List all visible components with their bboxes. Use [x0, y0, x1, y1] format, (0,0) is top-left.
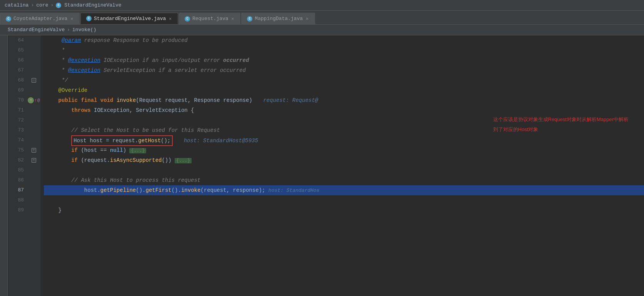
gutter-69	[27, 85, 41, 95]
line-num-88: 88	[8, 195, 24, 205]
collapse-82[interactable]: +	[32, 158, 36, 163]
method-breadcrumb-method: invoke()	[72, 27, 96, 33]
code-85-empty	[45, 167, 48, 173]
code-line-82: if (request.isAsyncSupported()) {...}	[44, 155, 644, 165]
line-num-64: 64	[8, 35, 24, 45]
code-line-75: if (host == null) {...}	[44, 145, 644, 155]
tab-close-coyote[interactable]: ✕	[70, 16, 74, 22]
code-67-comment: * @exception ServletException if a servl…	[45, 67, 246, 73]
up-arrow-70: ↑	[34, 98, 37, 103]
left-sidebar	[0, 35, 8, 296]
code-73-comment: // Select the Host to be used for this R…	[45, 127, 220, 133]
code-line-85	[44, 165, 644, 175]
tab-close-request[interactable]: ✕	[231, 16, 235, 22]
method-breadcrumb-class: StandardEngineValve	[8, 27, 65, 33]
hint-74: host: StandardHost@5935	[184, 138, 258, 144]
code-69-annotation: @Override	[45, 87, 87, 93]
tab-label-request: Request.java	[192, 16, 229, 22]
line-num-69: 69	[8, 85, 24, 95]
code-line-86: // Ask this Host to process this request	[44, 175, 644, 185]
code-line-65: *	[44, 45, 644, 55]
code-86-comment: // Ask this Host to process this request	[45, 177, 200, 183]
line-num-65: 65	[8, 45, 24, 55]
gutter-88	[27, 195, 41, 205]
line-num-70: 70	[8, 95, 24, 105]
tab-StandardEngineValve[interactable]: C StandardEngineValve.java ✕	[80, 13, 178, 24]
breadcrumb-class: StandardEngineValve	[64, 2, 121, 8]
code-line-69: @Override	[44, 85, 644, 95]
tab-icon-request: C	[185, 16, 190, 22]
gutter-72	[27, 115, 41, 125]
code-area: @param response Response to be produced …	[41, 35, 644, 296]
line-num-66: 66	[8, 55, 24, 65]
gutter-66	[27, 55, 41, 65]
breadcrumb-core: core	[36, 2, 48, 8]
tab-CoyoteAdapter[interactable]: C CoyoteAdapter.java ✕	[0, 13, 80, 24]
code-line-73: // Select the Host to be used for this R…	[44, 125, 644, 135]
gutter-86	[27, 175, 41, 185]
code-line-71: throws IOException, ServletException {	[44, 105, 644, 115]
gutter-87	[27, 185, 41, 195]
collapse-75[interactable]: +	[32, 148, 36, 153]
tab-close-sev[interactable]: ✕	[168, 16, 172, 22]
line-num-74: 74	[8, 135, 24, 145]
tab-icon-coyote: C	[6, 16, 11, 22]
code-line-89: }	[44, 205, 644, 215]
tab-label-mapping: MappingData.java	[255, 16, 303, 22]
hint-87: host: StandardHos	[269, 188, 320, 193]
code-66-comment: * @exception IOException if an input/out…	[45, 57, 249, 63]
editor-container: 64 65 66 67 68 69 70 71 72 73 74 75 82 8…	[0, 35, 644, 296]
code-70-content: public final void invoke(Request request…	[45, 97, 318, 103]
tab-close-mapping[interactable]: ✕	[305, 16, 309, 22]
gutter-85	[27, 165, 41, 175]
gutter-89	[27, 205, 41, 215]
tab-MappingData[interactable]: C MappingData.java ✕	[241, 13, 315, 24]
at-sign-70: @	[37, 98, 40, 103]
gutter-75: +	[27, 145, 41, 155]
hint-70: request: Request@	[263, 97, 318, 103]
line-num-67: 67	[8, 65, 24, 75]
line-numbers: 64 65 66 67 68 69 70 71 72 73 74 75 82 8…	[8, 35, 27, 296]
tooltip-line1: 这个应该是协议对象生成Request对象时从解析Mapper中解析	[493, 116, 629, 122]
line-num-87: 87	[8, 185, 24, 195]
code-89-brace: }	[45, 207, 62, 213]
code-64-comment: @param response Response to be produced	[45, 37, 188, 43]
tab-label-sev: StandardEngineValve.java	[94, 16, 166, 22]
code-72-empty	[45, 117, 48, 123]
code-74-content: Host host = request.getHost(); host: Sta…	[45, 138, 258, 144]
line-num-82: 82	[8, 155, 24, 165]
gutter-65	[27, 45, 41, 55]
code-line-67: * @exception ServletException if a servl…	[44, 65, 644, 75]
tabs-bar: C CoyoteAdapter.java ✕ C StandardEngineV…	[0, 11, 644, 25]
code-65-comment: *	[45, 47, 65, 53]
gutter-74	[27, 135, 41, 145]
gutter-70: ↑ ↑ @	[27, 95, 41, 105]
code-line-72: 这个应该是协议对象生成Request对象时从解析Mapper中解析 到了对应的H…	[44, 115, 644, 125]
code-line-68: */	[44, 75, 644, 85]
gutter-67	[27, 65, 41, 75]
line-num-73: 73	[8, 125, 24, 135]
top-breadcrumb: catalina › core › C StandardEngineValve	[0, 0, 644, 11]
line-num-89: 89	[8, 205, 24, 215]
method-breadcrumb: StandardEngineValve › invoke()	[0, 25, 644, 35]
tab-icon-mapping: C	[247, 16, 252, 22]
line-num-68: 68	[8, 75, 24, 85]
line-num-71: 71	[8, 105, 24, 115]
class-icon: C	[56, 3, 61, 8]
collapse-68[interactable]: −	[32, 78, 36, 83]
code-75-content: if (host == null) {...}	[45, 147, 146, 153]
code-line-74: Host host = request.getHost(); host: Sta…	[44, 135, 644, 145]
gutter-68: −	[27, 75, 41, 85]
line-num-86: 86	[8, 175, 24, 185]
code-82-content: if (request.isAsyncSupported()) {...}	[45, 157, 192, 163]
gutter-73	[27, 125, 41, 135]
code-line-64: @param response Response to be produced	[44, 35, 644, 45]
tab-label-coyote: CoyoteAdapter.java	[13, 16, 67, 22]
code-line-66: * @exception IOException if an input/out…	[44, 55, 644, 65]
tab-Request[interactable]: C Request.java ✕	[179, 13, 240, 24]
breadcrumb-catalina: catalina	[5, 2, 28, 8]
gutter-71	[27, 105, 41, 115]
code-line-88	[44, 195, 644, 205]
gutter-64	[27, 35, 41, 45]
code-88-empty	[45, 197, 48, 203]
